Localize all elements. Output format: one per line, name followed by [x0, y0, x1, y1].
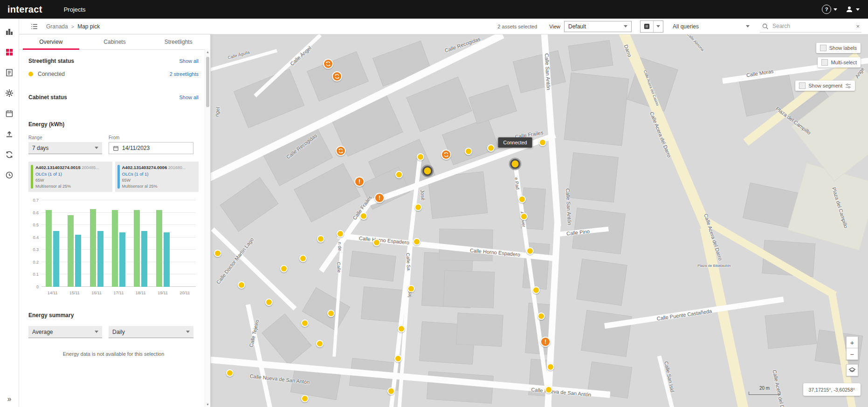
double-chevron-icon[interactable]: » [7, 395, 12, 403]
marker-warning[interactable]: ! [354, 176, 365, 187]
marker-connected[interactable] [520, 213, 528, 220]
range-select[interactable]: 7 days [28, 142, 102, 154]
nav-projects[interactable]: Projects [64, 6, 86, 13]
zoom-out-button[interactable]: − [846, 348, 858, 360]
user-menu[interactable] [845, 5, 860, 14]
checkbox-icon[interactable] [799, 82, 806, 89]
marker-connected[interactable] [545, 386, 552, 393]
building [220, 177, 278, 232]
sidebar-item-city[interactable] [0, 21, 19, 42]
marker-selected[interactable] [510, 159, 520, 169]
queries-select[interactable]: All queries [673, 23, 750, 30]
tab-label: Overview [39, 39, 62, 45]
marker-connected[interactable] [465, 148, 472, 155]
sync-icon [5, 150, 14, 159]
sidebar-item-reports[interactable] [0, 62, 19, 83]
sidebar-item-map-pick[interactable] [0, 42, 19, 62]
marker-connected[interactable] [316, 340, 324, 347]
asset-card-accent [31, 165, 33, 189]
marker-connected[interactable] [413, 238, 420, 245]
sidebar-item-calendar[interactable] [0, 103, 19, 124]
street-label: Calle Almona [686, 34, 705, 52]
breadcrumb-project[interactable]: Granada [46, 23, 68, 30]
view-select-value: Default [568, 23, 586, 30]
marker-connected[interactable] [417, 153, 424, 161]
show-all-link[interactable]: Show all [179, 58, 199, 64]
overview-panel: Overview Cabinets Streetlights Streetlig… [19, 34, 211, 407]
marker-connected[interactable] [532, 286, 540, 294]
checkbox-icon[interactable] [821, 59, 828, 66]
marker-connected[interactable] [487, 144, 495, 152]
asset-card[interactable]: A402.131403274.0015 200485... OLCs (1 of… [28, 162, 112, 192]
asset-card[interactable]: A402.131403274.0006 201680... OLCs (1 of… [115, 162, 199, 192]
tab-streetlights[interactable]: Streetlights [146, 34, 210, 49]
marker-connected[interactable] [547, 363, 554, 371]
close-icon[interactable]: × [856, 23, 860, 30]
chart-bar [68, 215, 74, 287]
marker-warning[interactable]: ! [374, 193, 385, 203]
search-input[interactable] [772, 22, 853, 30]
marker-connected[interactable] [394, 355, 402, 362]
marker-connected[interactable] [398, 325, 405, 332]
marker-connected[interactable] [301, 395, 309, 402]
marker-connected[interactable] [373, 239, 380, 246]
panel-body: Streetlight status Show all Connected 2 … [19, 49, 205, 407]
marker-connected[interactable] [226, 369, 234, 377]
layers-button[interactable] [846, 364, 858, 376]
show-segment-toggle[interactable]: Show segment [795, 81, 855, 91]
scrollbar-thumb[interactable] [206, 57, 209, 107]
view-toggle-button[interactable] [640, 20, 663, 33]
marker-connected[interactable] [317, 235, 324, 243]
marker-connected[interactable] [265, 298, 273, 306]
list-view-icon[interactable] [30, 22, 39, 31]
asset-olcs-link[interactable]: OLCs (1 of 1) [35, 171, 109, 176]
marker-connected[interactable] [301, 319, 309, 327]
marker-sync[interactable] [441, 149, 451, 160]
marker-connected[interactable] [526, 247, 534, 255]
sidebar-item-history[interactable] [0, 165, 19, 185]
marker-connected[interactable] [238, 281, 245, 289]
marker-sync[interactable] [332, 71, 342, 81]
multi-select-toggle[interactable]: Multi-select [818, 57, 861, 68]
panel-scrollbar[interactable]: ▲ ▼ [205, 49, 210, 407]
marker-connected[interactable] [414, 204, 422, 211]
from-date-input[interactable]: 14/11/2023 [109, 142, 193, 154]
chevron-down-icon [95, 331, 98, 333]
scroll-up-icon[interactable]: ▲ [205, 50, 210, 54]
marker-connected[interactable] [539, 139, 546, 146]
marker-connected[interactable] [407, 285, 415, 292]
scroll-down-icon[interactable]: ▼ [205, 403, 210, 406]
marker-connected[interactable] [214, 250, 221, 257]
view-toggle-caret[interactable] [653, 21, 663, 32]
show-all-link[interactable]: Show all [179, 95, 199, 100]
marker-connected[interactable] [387, 387, 395, 395]
tab-cabinets[interactable]: Cabinets [83, 34, 147, 49]
chart-gridline [41, 286, 196, 287]
help-menu[interactable]: ? [822, 5, 837, 14]
summary-metric-select[interactable]: Average [28, 326, 102, 338]
marker-sync[interactable] [336, 146, 346, 156]
sidebar-item-sync[interactable] [0, 144, 19, 165]
marker-connected[interactable] [537, 312, 545, 320]
map-canvas[interactable]: Calle RecogidasCalle RecogidasCalle Frai… [211, 34, 868, 407]
marker-connected[interactable] [280, 265, 288, 272]
summary-period-select[interactable]: Daily [109, 326, 193, 338]
marker-warning[interactable]: ! [540, 337, 551, 347]
zoom-in-button[interactable]: + [846, 336, 858, 348]
marker-connected[interactable] [518, 196, 526, 203]
marker-sync[interactable] [323, 59, 333, 69]
streetlights-count-link[interactable]: 2 streetlights [170, 71, 199, 77]
marker-connected[interactable] [360, 212, 367, 220]
sidebar-item-settings[interactable] [0, 83, 19, 103]
marker-connected[interactable] [395, 171, 403, 178]
marker-connected[interactable] [299, 255, 307, 262]
checkbox-icon[interactable] [820, 45, 827, 51]
tab-overview[interactable]: Overview [19, 34, 83, 49]
view-select[interactable]: Default [564, 21, 632, 32]
marker-connected[interactable] [337, 230, 344, 237]
show-labels-toggle[interactable]: Show labels [816, 43, 861, 53]
marker-connected[interactable] [327, 310, 335, 317]
sidebar-item-upload[interactable] [0, 124, 19, 144]
marker-selected[interactable] [423, 166, 433, 176]
asset-olcs-link[interactable]: OLCs (1 of 1) [122, 171, 195, 176]
